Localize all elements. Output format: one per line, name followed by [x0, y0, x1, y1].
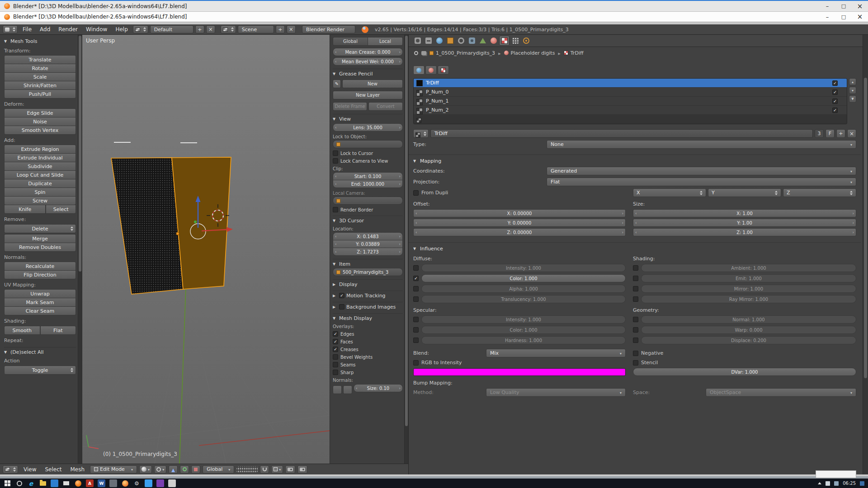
offset-y-field[interactable]: Y: 0.00000: [413, 219, 626, 227]
taskbar-explorer-icon[interactable]: [109, 479, 117, 487]
influence-translucency-slider[interactable]: Translucency: 1.000: [421, 295, 626, 303]
pivot-point-button[interactable]: [154, 465, 166, 474]
noise-button[interactable]: Noise: [4, 117, 76, 126]
influence-emit-checkbox[interactable]: [633, 276, 638, 281]
taskbar-word-icon[interactable]: W: [98, 479, 105, 487]
scene-field[interactable]: Scene: [238, 25, 274, 33]
edges-checkbox[interactable]: [333, 331, 338, 337]
snap-element-button[interactable]: [271, 465, 283, 474]
remove-doubles-button[interactable]: Remove Doubles: [4, 243, 76, 252]
stencil-checkbox[interactable]: [633, 360, 638, 366]
recalculate-button[interactable]: Recalculate: [4, 262, 76, 271]
unlink-texture-button[interactable]: [847, 129, 856, 138]
menu-file[interactable]: File: [19, 26, 35, 33]
influence-panel-header[interactable]: Influence: [413, 245, 856, 252]
mean-bevel-field[interactable]: Mean Bevel Wei: 0.000: [333, 57, 403, 66]
influence-intensity-checkbox[interactable]: [413, 265, 419, 271]
start-button[interactable]: [4, 479, 11, 487]
bump-method-select[interactable]: Low Quality: [486, 388, 626, 397]
convert-button[interactable]: Convert: [368, 102, 403, 111]
geometry-displace-checkbox[interactable]: [633, 338, 638, 343]
slot-enable-checkbox[interactable]: [832, 80, 838, 86]
world-texture-tab[interactable]: [413, 66, 425, 75]
snap-magnet-button[interactable]: [260, 465, 269, 474]
search-icon[interactable]: [15, 479, 23, 487]
mesh-display-panel-header[interactable]: Mesh Display: [333, 313, 403, 321]
texture-slot-row[interactable]: TrDiff: [414, 79, 847, 88]
knife-button[interactable]: Knife: [4, 205, 46, 214]
breadcrumb-object[interactable]: 1_0500_Primarydigits_3: [429, 50, 495, 56]
texture-type-select[interactable]: None: [547, 140, 856, 149]
specular-color-slider[interactable]: Color: 1.000: [421, 326, 626, 334]
motion-tracking-panel-header[interactable]: Motion Tracking: [333, 291, 403, 299]
n-panel-scrollbar[interactable]: [404, 35, 408, 464]
taskbar-paint-icon[interactable]: [168, 479, 176, 487]
screen-layout-field[interactable]: Default: [150, 25, 193, 33]
close-button[interactable]: [852, 12, 868, 22]
influence-ambient-checkbox[interactable]: [633, 265, 638, 271]
shade-smooth-button[interactable]: Smooth: [4, 326, 40, 335]
smooth-vertex-button[interactable]: Smooth Vertex: [4, 126, 76, 135]
scale-button[interactable]: Scale: [4, 72, 76, 81]
edge-slide-button[interactable]: Edge Slide: [4, 108, 76, 117]
add-layout-button[interactable]: [195, 25, 204, 33]
geometry-warp-slider[interactable]: Warp: 0.000: [641, 326, 856, 334]
offset-z-field[interactable]: Z: 0.00000: [413, 228, 626, 236]
clip-start-field[interactable]: Start: 0.100: [333, 172, 403, 180]
screen-layout-browse-button[interactable]: [133, 25, 148, 33]
maximize-button[interactable]: [835, 1, 852, 11]
texture-slot-row-empty[interactable]: [414, 115, 847, 124]
bump-space-select[interactable]: ObjectSpace: [706, 388, 856, 397]
cursor-z-field[interactable]: Z: 1.7273: [333, 248, 403, 256]
offset-x-field[interactable]: X: 0.00000: [413, 209, 626, 217]
loop-cut-button[interactable]: Loop Cut and Slide: [4, 170, 76, 179]
close-button[interactable]: [852, 1, 868, 11]
bevel-weights-checkbox[interactable]: [333, 354, 338, 360]
subdivide-button[interactable]: Subdivide: [4, 162, 76, 171]
properties-tab-material[interactable]: [488, 36, 499, 46]
editor-type-button[interactable]: [3, 25, 18, 33]
blend-select[interactable]: Mix: [486, 349, 626, 357]
geometry-normal-slider[interactable]: Normal: 1.000: [641, 315, 856, 324]
menu-view[interactable]: View: [20, 466, 39, 473]
texture-slot-row[interactable]: P_Num_2: [414, 106, 847, 115]
clear-seam-button[interactable]: Clear Seam: [4, 306, 76, 315]
vertex-normals-toggle[interactable]: [333, 385, 342, 394]
clip-end-field[interactable]: End: 1000.000: [333, 180, 403, 188]
geometry-warp-checkbox[interactable]: [633, 327, 638, 333]
coordinates-select[interactable]: Generated: [547, 167, 856, 175]
tray-icon[interactable]: [826, 481, 830, 486]
size-z-field[interactable]: Z: 1.00: [633, 228, 856, 236]
menu-mesh[interactable]: Mesh: [67, 466, 88, 473]
delete-menu[interactable]: Delete: [4, 224, 76, 233]
new-layer-button[interactable]: New Layer: [333, 91, 403, 99]
menu-render[interactable]: Render: [55, 26, 81, 33]
merge-button[interactable]: Merge: [4, 234, 76, 243]
clock[interactable]: 06:25: [843, 481, 856, 486]
tray-icon[interactable]: [834, 481, 839, 486]
size-x-field[interactable]: X: 1.00: [633, 209, 856, 217]
face-normals-toggle[interactable]: [343, 385, 352, 394]
influence-alpha-checkbox[interactable]: [413, 286, 419, 291]
delete-layout-button[interactable]: [206, 25, 215, 33]
taskbar-settings-icon[interactable]: ⚙: [133, 479, 141, 487]
menu-window[interactable]: Window: [83, 26, 110, 33]
shrink-fatten-button[interactable]: Shrink/Fatten: [4, 81, 76, 90]
fake-user-button[interactable]: F: [826, 129, 835, 138]
mesh-tools-panel-header[interactable]: Mesh Tools: [4, 37, 76, 45]
slot-enable-checkbox[interactable]: [832, 108, 838, 113]
breadcrumb-texture[interactable]: TrDiff: [564, 50, 584, 56]
duplicate-button[interactable]: Duplicate: [4, 179, 76, 188]
viewport-canvas[interactable]: [82, 35, 330, 464]
properties-tab-physics[interactable]: [521, 36, 531, 46]
normals-size-field[interactable]: Size: 0.10: [354, 384, 403, 392]
properties-tab-render[interactable]: [412, 36, 423, 46]
influence-raymirror-checkbox[interactable]: [633, 296, 638, 302]
tray-expand-icon[interactable]: [818, 482, 821, 484]
negative-checkbox[interactable]: [633, 351, 638, 356]
taskbar-photos-icon[interactable]: [145, 479, 152, 487]
influence-mirror-slider[interactable]: Mirror: 1.000: [641, 285, 856, 293]
layers-widget[interactable]: [236, 466, 258, 472]
manipulator-y-handle[interactable]: [194, 221, 197, 223]
influence-color-slider[interactable]: Color: 1.000: [421, 274, 626, 282]
